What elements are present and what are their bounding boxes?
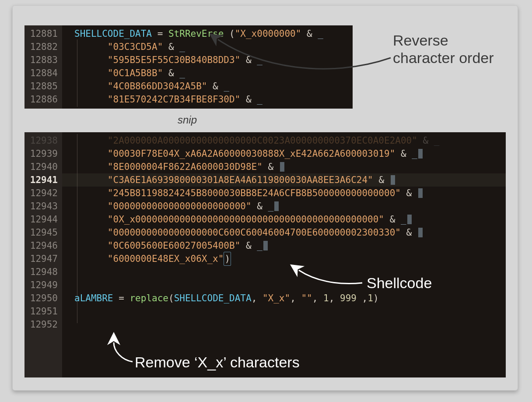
line-number-gutter: 1293812939129401294112942129431294412945… (24, 132, 62, 377)
figure-card: 128811288212883128841288512886 SHELLCODE… (12, 5, 518, 391)
code-area: "2A000000A00000000000000000C0023A0000000… (62, 132, 506, 377)
line-number-gutter: 128811288212883128841288512886 (24, 25, 62, 109)
snip-label: snip (144, 114, 231, 126)
code-area: SHELLCODE_DATA = StRRevErse ("X_x0000000… (62, 25, 353, 109)
annotation-reverse-order: Reverse character order (393, 32, 507, 67)
code-block-top: 128811288212883128841288512886 SHELLCODE… (24, 25, 353, 109)
code-block-bottom: 1293812939129401294112942129431294412945… (24, 132, 506, 377)
